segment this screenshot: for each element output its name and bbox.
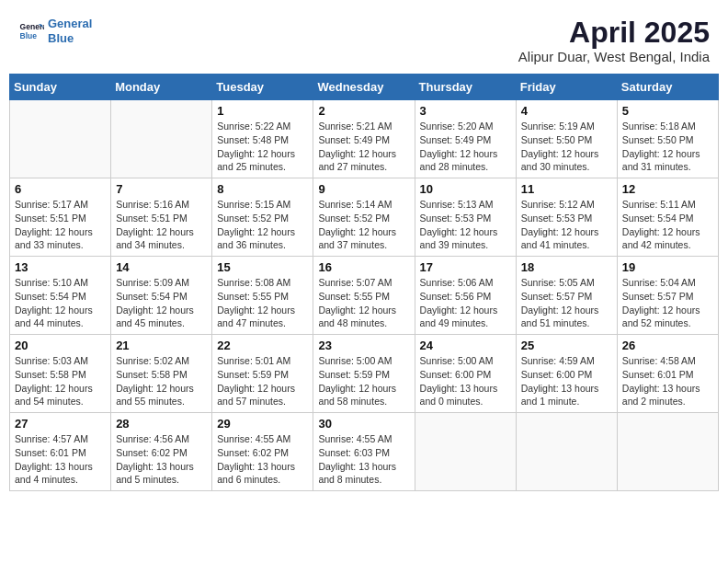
- calendar-cell: [10, 100, 111, 178]
- logo-line1: General: [48, 17, 92, 30]
- day-number: 19: [622, 260, 713, 274]
- day-number: 22: [217, 339, 308, 352]
- week-row-5: 27Sunrise: 4:57 AM Sunset: 6:01 PM Dayli…: [10, 413, 719, 491]
- header: General Blue General Blue April 2025 Ali…: [9, 9, 719, 68]
- day-info: Sunrise: 5:07 AM Sunset: 5:55 PM Dayligh…: [318, 276, 409, 330]
- day-info: Sunrise: 5:20 AM Sunset: 5:49 PM Dayligh…: [420, 120, 511, 174]
- main-title: April 2025: [518, 17, 710, 49]
- day-number: 1: [217, 104, 308, 118]
- day-info: Sunrise: 5:03 AM Sunset: 5:58 PM Dayligh…: [15, 354, 106, 408]
- calendar-cell: [415, 413, 516, 491]
- day-info: Sunrise: 4:59 AM Sunset: 6:00 PM Dayligh…: [521, 354, 612, 408]
- weekday-header-saturday: Saturday: [617, 75, 718, 100]
- day-number: 14: [116, 260, 207, 274]
- week-row-2: 6Sunrise: 5:17 AM Sunset: 5:51 PM Daylig…: [10, 178, 719, 257]
- sub-title: Alipur Duar, West Bengal, India: [518, 49, 710, 64]
- day-info: Sunrise: 5:05 AM Sunset: 5:57 PM Dayligh…: [521, 276, 612, 330]
- day-info: Sunrise: 5:04 AM Sunset: 5:57 PM Dayligh…: [622, 276, 713, 330]
- week-row-4: 20Sunrise: 5:03 AM Sunset: 5:58 PM Dayli…: [10, 335, 719, 413]
- calendar-cell: 25Sunrise: 4:59 AM Sunset: 6:00 PM Dayli…: [516, 335, 617, 413]
- weekday-header-monday: Monday: [111, 75, 212, 100]
- logo: General Blue General Blue: [18, 17, 92, 45]
- svg-text:Blue: Blue: [20, 30, 38, 40]
- calendar-table: SundayMondayTuesdayWednesdayThursdayFrid…: [9, 74, 719, 491]
- day-number: 7: [116, 182, 207, 196]
- day-number: 27: [15, 417, 106, 431]
- calendar-cell: 17Sunrise: 5:06 AM Sunset: 5:56 PM Dayli…: [415, 257, 516, 335]
- day-info: Sunrise: 5:16 AM Sunset: 5:51 PM Dayligh…: [116, 198, 207, 252]
- calendar-cell: 12Sunrise: 5:11 AM Sunset: 5:54 PM Dayli…: [617, 178, 718, 257]
- calendar-cell: 3Sunrise: 5:20 AM Sunset: 5:49 PM Daylig…: [415, 100, 516, 178]
- day-number: 11: [521, 182, 612, 196]
- weekday-header-friday: Friday: [516, 75, 617, 100]
- day-info: Sunrise: 5:15 AM Sunset: 5:52 PM Dayligh…: [217, 198, 308, 252]
- calendar-cell: 2Sunrise: 5:21 AM Sunset: 5:49 PM Daylig…: [313, 100, 415, 178]
- day-number: 12: [622, 182, 713, 196]
- day-info: Sunrise: 5:09 AM Sunset: 5:54 PM Dayligh…: [116, 276, 207, 330]
- calendar-cell: 13Sunrise: 5:10 AM Sunset: 5:54 PM Dayli…: [10, 257, 111, 335]
- svg-text:General: General: [20, 22, 44, 31]
- logo-line2: Blue: [48, 31, 74, 45]
- day-number: 16: [318, 260, 409, 274]
- day-number: 30: [318, 417, 409, 431]
- calendar-cell: 19Sunrise: 5:04 AM Sunset: 5:57 PM Dayli…: [617, 257, 718, 335]
- day-info: Sunrise: 5:01 AM Sunset: 5:59 PM Dayligh…: [217, 354, 308, 408]
- calendar-cell: 18Sunrise: 5:05 AM Sunset: 5:57 PM Dayli…: [516, 257, 617, 335]
- calendar-cell: 9Sunrise: 5:14 AM Sunset: 5:52 PM Daylig…: [313, 178, 415, 257]
- day-info: Sunrise: 4:55 AM Sunset: 6:02 PM Dayligh…: [217, 432, 308, 487]
- calendar-cell: 21Sunrise: 5:02 AM Sunset: 5:58 PM Dayli…: [111, 335, 212, 413]
- day-number: 10: [420, 182, 511, 196]
- day-info: Sunrise: 5:11 AM Sunset: 5:54 PM Dayligh…: [622, 198, 713, 252]
- calendar-cell: 28Sunrise: 4:56 AM Sunset: 6:02 PM Dayli…: [111, 413, 212, 491]
- day-info: Sunrise: 5:17 AM Sunset: 5:51 PM Dayligh…: [15, 198, 106, 252]
- calendar-cell: 30Sunrise: 4:55 AM Sunset: 6:03 PM Dayli…: [313, 413, 415, 491]
- day-number: 20: [15, 339, 106, 352]
- calendar-cell: 20Sunrise: 5:03 AM Sunset: 5:58 PM Dayli…: [10, 335, 111, 413]
- calendar-cell: 24Sunrise: 5:00 AM Sunset: 6:00 PM Dayli…: [415, 335, 516, 413]
- weekday-header-sunday: Sunday: [10, 75, 111, 100]
- day-info: Sunrise: 5:06 AM Sunset: 5:56 PM Dayligh…: [420, 276, 511, 330]
- day-number: 6: [15, 182, 106, 196]
- calendar-cell: 7Sunrise: 5:16 AM Sunset: 5:51 PM Daylig…: [111, 178, 212, 257]
- day-info: Sunrise: 5:08 AM Sunset: 5:55 PM Dayligh…: [217, 276, 308, 330]
- calendar-cell: 5Sunrise: 5:18 AM Sunset: 5:50 PM Daylig…: [617, 100, 718, 178]
- day-number: 17: [420, 260, 511, 274]
- calendar-cell: 27Sunrise: 4:57 AM Sunset: 6:01 PM Dayli…: [10, 413, 111, 491]
- day-number: 2: [318, 104, 409, 118]
- day-number: 25: [521, 339, 612, 352]
- week-row-3: 13Sunrise: 5:10 AM Sunset: 5:54 PM Dayli…: [10, 257, 719, 335]
- day-info: Sunrise: 5:19 AM Sunset: 5:50 PM Dayligh…: [521, 120, 612, 174]
- calendar-cell: 11Sunrise: 5:12 AM Sunset: 5:53 PM Dayli…: [516, 178, 617, 257]
- calendar-cell: 14Sunrise: 5:09 AM Sunset: 5:54 PM Dayli…: [111, 257, 212, 335]
- day-info: Sunrise: 4:58 AM Sunset: 6:01 PM Dayligh…: [622, 354, 713, 408]
- day-info: Sunrise: 4:57 AM Sunset: 6:01 PM Dayligh…: [15, 432, 106, 487]
- calendar-cell: 10Sunrise: 5:13 AM Sunset: 5:53 PM Dayli…: [415, 178, 516, 257]
- day-info: Sunrise: 5:12 AM Sunset: 5:53 PM Dayligh…: [521, 198, 612, 252]
- day-info: Sunrise: 4:55 AM Sunset: 6:03 PM Dayligh…: [318, 432, 409, 487]
- calendar-cell: 6Sunrise: 5:17 AM Sunset: 5:51 PM Daylig…: [10, 178, 111, 257]
- day-info: Sunrise: 5:14 AM Sunset: 5:52 PM Dayligh…: [318, 198, 409, 252]
- day-number: 21: [116, 339, 207, 352]
- day-number: 23: [318, 339, 409, 352]
- calendar-cell: 15Sunrise: 5:08 AM Sunset: 5:55 PM Dayli…: [212, 257, 313, 335]
- calendar-cell: 16Sunrise: 5:07 AM Sunset: 5:55 PM Dayli…: [313, 257, 415, 335]
- weekday-header-wednesday: Wednesday: [313, 75, 415, 100]
- day-info: Sunrise: 5:13 AM Sunset: 5:53 PM Dayligh…: [420, 198, 511, 252]
- day-number: 5: [622, 104, 713, 118]
- day-number: 9: [318, 182, 409, 196]
- day-info: Sunrise: 5:00 AM Sunset: 6:00 PM Dayligh…: [420, 354, 511, 408]
- title-block: April 2025 Alipur Duar, West Bengal, Ind…: [518, 17, 710, 64]
- day-number: 26: [622, 339, 713, 352]
- day-number: 15: [217, 260, 308, 274]
- day-number: 29: [217, 417, 308, 431]
- calendar-cell: 26Sunrise: 4:58 AM Sunset: 6:01 PM Dayli…: [617, 335, 718, 413]
- calendar-cell: 23Sunrise: 5:00 AM Sunset: 5:59 PM Dayli…: [313, 335, 415, 413]
- weekday-header-thursday: Thursday: [415, 75, 516, 100]
- calendar-cell: 29Sunrise: 4:55 AM Sunset: 6:02 PM Dayli…: [212, 413, 313, 491]
- day-info: Sunrise: 4:56 AM Sunset: 6:02 PM Dayligh…: [116, 432, 207, 487]
- day-number: 8: [217, 182, 308, 196]
- day-info: Sunrise: 5:18 AM Sunset: 5:50 PM Dayligh…: [622, 120, 713, 174]
- day-info: Sunrise: 5:21 AM Sunset: 5:49 PM Dayligh…: [318, 120, 409, 174]
- day-info: Sunrise: 5:00 AM Sunset: 5:59 PM Dayligh…: [318, 354, 409, 408]
- day-number: 3: [420, 104, 511, 118]
